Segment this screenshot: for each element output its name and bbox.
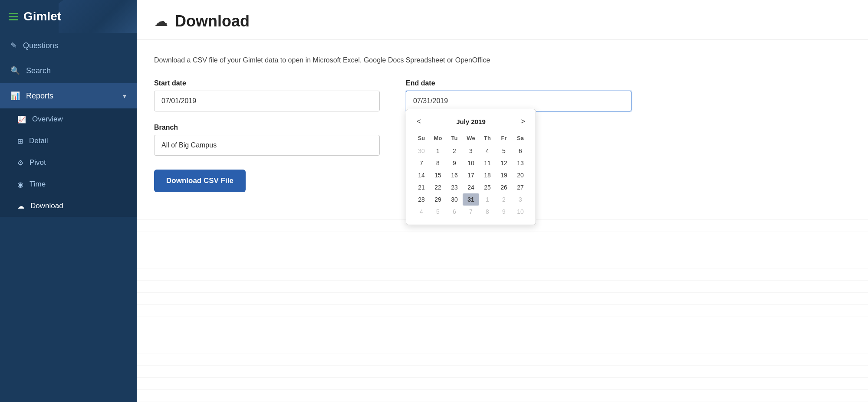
detail-icon: ⊞ (17, 137, 23, 145)
calendar-day: 1 (479, 193, 496, 206)
questions-icon: ✎ (10, 41, 17, 50)
sidebar-item-label: Overview (32, 115, 63, 124)
sidebar-item-questions[interactable]: ✎ Questions (0, 33, 137, 58)
calendar-day[interactable]: 17 (463, 169, 479, 181)
sidebar-item-overview[interactable]: 📈 Overview (0, 108, 137, 130)
hamburger-icon[interactable] (9, 13, 18, 20)
page-body: Download a CSV file of your Gimlet data … (137, 39, 868, 208)
calendar-day[interactable]: 29 (430, 193, 446, 206)
calendar-day[interactable]: 14 (413, 169, 430, 181)
calendar-day[interactable]: 11 (479, 157, 496, 169)
calendar-day[interactable]: 22 (430, 181, 446, 193)
calendar-day[interactable]: 27 (512, 181, 529, 193)
sidebar-item-label: Download (30, 202, 63, 210)
calendar-day[interactable]: 25 (479, 181, 496, 193)
overview-icon: 📈 (17, 115, 26, 124)
calendar-day[interactable]: 24 (463, 181, 479, 193)
page-title: Download (175, 12, 250, 30)
calendar-day[interactable]: 6 (512, 145, 529, 157)
calendar-day-header: Su (413, 133, 430, 145)
calendar-day-header: Tu (446, 133, 463, 145)
end-date-label: End date (406, 79, 631, 87)
calendar-day-header: Mo (430, 133, 446, 145)
date-form-section: Start date End date < July 2019 > SuM (154, 79, 851, 111)
sidebar-nav: ✎ Questions 🔍 Search 📊 Reports ▾ 📈 Overv… (0, 33, 137, 402)
sidebar-item-label: Detail (29, 137, 48, 145)
calendar-day[interactable]: 23 (446, 181, 463, 193)
calendar-day[interactable]: 12 (496, 157, 512, 169)
calendar-day[interactable]: 7 (413, 157, 430, 169)
calendar-day[interactable]: 4 (479, 145, 496, 157)
time-icon: ◉ (17, 180, 23, 189)
calendar-popup: < July 2019 > SuMoTuWeThFrSa 30123456789… (406, 109, 536, 225)
sidebar-item-search[interactable]: 🔍 Search (0, 58, 137, 83)
calendar-day[interactable]: 18 (479, 169, 496, 181)
main-content: ☁ Download Download a CSV file of your G… (137, 0, 868, 402)
sidebar-header: Gimlet (0, 0, 137, 33)
sidebar-item-detail[interactable]: ⊞ Detail (0, 130, 137, 152)
start-date-label: Start date (154, 79, 380, 87)
calendar-day: 9 (496, 206, 512, 218)
calendar-month-label: July 2019 (456, 118, 486, 125)
sidebar-item-download[interactable]: ☁ Download (0, 195, 137, 217)
calendar-day[interactable]: 28 (413, 193, 430, 206)
start-date-group: Start date (154, 79, 380, 111)
calendar-grid: SuMoTuWeThFrSa 3012345678910111213141516… (413, 133, 529, 218)
calendar-day[interactable]: 10 (463, 157, 479, 169)
app-logo: Gimlet (23, 10, 61, 23)
calendar-day-header: Th (479, 133, 496, 145)
calendar-day[interactable]: 15 (430, 169, 446, 181)
download-csv-button[interactable]: Download CSV File (154, 170, 246, 192)
chevron-down-icon: ▾ (123, 92, 126, 100)
calendar-day-header: We (463, 133, 479, 145)
search-icon: 🔍 (10, 66, 20, 75)
page-description: Download a CSV file of your Gimlet data … (154, 55, 851, 65)
calendar-day[interactable]: 19 (496, 169, 512, 181)
branch-input[interactable] (154, 135, 380, 156)
calendar-day-header: Fr (496, 133, 512, 145)
reports-icon: 📊 (10, 91, 20, 101)
calendar-day[interactable]: 2 (446, 145, 463, 157)
calendar-day[interactable]: 3 (463, 145, 479, 157)
pivot-icon: ⚙ (17, 159, 23, 167)
sidebar-item-reports[interactable]: 📊 Reports ▾ (0, 83, 137, 108)
calendar-day[interactable]: 16 (446, 169, 463, 181)
calendar-day: 4 (413, 206, 430, 218)
calendar-day: 8 (479, 206, 496, 218)
calendar-day-header: Sa (512, 133, 529, 145)
sidebar-item-label: Reports (26, 92, 117, 101)
calendar-day[interactable]: 13 (512, 157, 529, 169)
sidebar-item-label: Search (26, 66, 126, 75)
calendar-day[interactable]: 21 (413, 181, 430, 193)
lower-section (137, 208, 868, 402)
calendar-day[interactable]: 30 (446, 193, 463, 206)
sidebar-item-label: Pivot (30, 158, 46, 167)
calendar-day: 2 (496, 193, 512, 206)
calendar-day: 30 (413, 145, 430, 157)
calendar-day[interactable]: 5 (496, 145, 512, 157)
calendar-day[interactable]: 20 (512, 169, 529, 181)
page-title-icon: ☁ (154, 13, 168, 29)
calendar-day: 6 (446, 206, 463, 218)
calendar-day[interactable]: 9 (446, 157, 463, 169)
sidebar-item-label: Questions (23, 41, 126, 50)
end-date-input[interactable] (406, 91, 631, 111)
calendar-prev-button[interactable]: < (413, 116, 425, 127)
calendar-day[interactable]: 26 (496, 181, 512, 193)
end-date-group: End date < July 2019 > SuMoTuWeThFrSa 30… (406, 79, 631, 111)
page-header: ☁ Download (137, 0, 868, 39)
calendar-header: < July 2019 > (413, 116, 529, 127)
calendar-day[interactable]: 1 (430, 145, 446, 157)
sidebar: Gimlet ✎ Questions 🔍 Search 📊 Reports ▾ … (0, 0, 137, 402)
calendar-day[interactable]: 8 (430, 157, 446, 169)
sidebar-item-label: Time (30, 180, 46, 189)
calendar-next-button[interactable]: > (517, 116, 529, 127)
download-icon: ☁ (17, 202, 24, 210)
sidebar-item-time[interactable]: ◉ Time (0, 173, 137, 195)
calendar-day: 5 (430, 206, 446, 218)
sidebar-item-pivot[interactable]: ⚙ Pivot (0, 152, 137, 173)
calendar-day: 7 (463, 206, 479, 218)
calendar-day[interactable]: 31 (463, 193, 479, 206)
calendar-day: 3 (512, 193, 529, 206)
start-date-input[interactable] (154, 91, 380, 111)
